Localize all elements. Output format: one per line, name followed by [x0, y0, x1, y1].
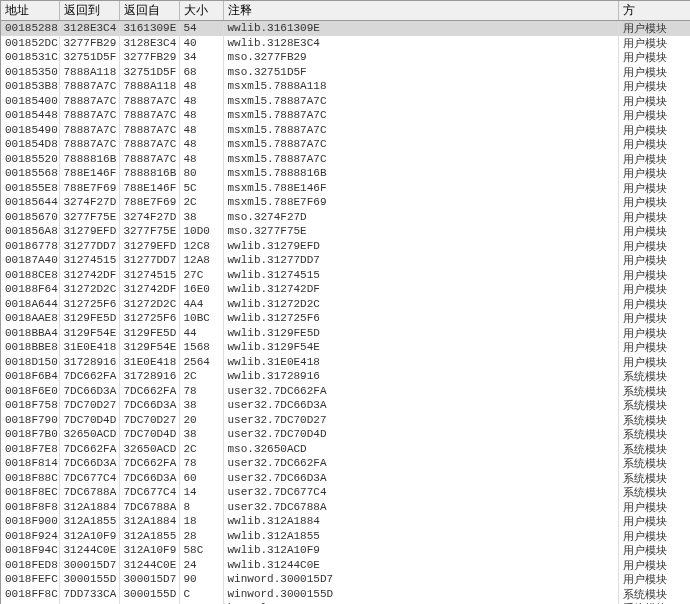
table-row[interactable]: 00188CE8312742DF3127451527Cwwlib.3127451…: [1, 268, 690, 283]
cell-size: 44: [179, 326, 223, 341]
cell-return-from: 312A1884: [119, 514, 179, 529]
table-row[interactable]: 001855207888816B78887A7C48msxml5.78887A7…: [1, 152, 690, 167]
table-row[interactable]: 0018F8147DC66D3A7DC662FA78user32.7DC662F…: [1, 456, 690, 471]
table-row[interactable]: 0018F7587DC70D277DC66D3A38user32.7DC66D3…: [1, 398, 690, 413]
cell-return-to: 78887A7C: [59, 137, 119, 152]
cell-return-from: 78887A7C: [119, 152, 179, 167]
table-row[interactable]: 001852DC3277FB293128E3C440wwlib.3128E3C4…: [1, 36, 690, 51]
col-address[interactable]: 地址: [1, 1, 59, 21]
table-row[interactable]: 0018F7E87DC662FA32650ACD2Cmso.32650ACD系统…: [1, 442, 690, 457]
col-return-to[interactable]: 返回到: [59, 1, 119, 21]
table-row[interactable]: 001853B878887A7C7888A11848msxml5.7888A11…: [1, 79, 690, 94]
table-row[interactable]: 0018FF8C7DD733CA3000155DCwinword.3000155…: [1, 587, 690, 602]
table-row[interactable]: 001853507888A11832751D5F68mso.32751D5F用户…: [1, 65, 690, 80]
cell-return-to: 7DC677C4: [59, 471, 119, 486]
cell-return-from: 78887A7C: [119, 137, 179, 152]
cell-size: 14: [179, 485, 223, 500]
cell-return-to: 7DC66D3A: [59, 384, 119, 399]
cell-origin: 用户模块: [618, 152, 690, 167]
cell-size: 2C: [179, 195, 223, 210]
cell-comment: wwlib.31728916: [223, 369, 618, 384]
cell-origin: 用户模块: [618, 355, 690, 370]
table-row[interactable]: 001854D878887A7C78887A7C48msxml5.78887A7…: [1, 137, 690, 152]
table-row[interactable]: 001856A831279EFD3277F75E10D0mso.3277F75E…: [1, 224, 690, 239]
cell-size: 10D0: [179, 224, 223, 239]
cell-comment: user32.7DC662FA: [223, 456, 618, 471]
table-row[interactable]: 0018D1503172891631E0E4182564wwlib.31E0E4…: [1, 355, 690, 370]
table-row[interactable]: 0018F8F8312A18847DC6788A8user32.7DC6788A…: [1, 500, 690, 515]
table-row[interactable]: 0018F94C31244C0E312A10F958Cwwlib.312A10F…: [1, 543, 690, 558]
table-row[interactable]: 001852883128E3C43161309E54wwlib.3161309E…: [1, 21, 690, 36]
table-row[interactable]: 0018F6B47DC662FA317289162Cwwlib.31728916…: [1, 369, 690, 384]
cell-origin: 用户模块: [618, 268, 690, 283]
table-row[interactable]: 0018FEFC3000155D300015D790winword.300015…: [1, 572, 690, 587]
table-row[interactable]: 0018677831277DD731279EFD12C8wwlib.31279E…: [1, 239, 690, 254]
table-row[interactable]: 00188F6431272D2C312742DF16E0wwlib.312742…: [1, 282, 690, 297]
cell-comment: wwlib.31244C0E: [223, 558, 618, 573]
cell-comment: msxml5.78887A7C: [223, 152, 618, 167]
cell-size: 2C: [179, 369, 223, 384]
cell-comment: wwlib.31272D2C: [223, 297, 618, 312]
cell-size: 5C: [179, 181, 223, 196]
cell-return-to: 3128E3C4: [59, 21, 119, 36]
col-return-from[interactable]: 返回自: [119, 1, 179, 21]
col-comment[interactable]: 注释: [223, 1, 618, 21]
cell-address: 0018AAE8: [1, 311, 59, 326]
cell-return-to: 78887A7C: [59, 108, 119, 123]
table-row[interactable]: 0018F7907DC70D4D7DC70D2720user32.7DC70D2…: [1, 413, 690, 428]
cell-size: 4A4: [179, 297, 223, 312]
table-row[interactable]: 0018BBA43129F54E3129FE5D44wwlib.3129FE5D…: [1, 326, 690, 341]
cell-comment: msxml5.78887A7C: [223, 108, 618, 123]
table-row[interactable]: 0018F900312A1855312A188418wwlib.312A1884…: [1, 514, 690, 529]
table-row[interactable]: 0018544878887A7C78887A7C48msxml5.78887A7…: [1, 108, 690, 123]
table-row[interactable]: 00185568788E146F7888816B80msxml5.7888816…: [1, 166, 690, 181]
cell-comment: msxml5.7888816B: [223, 166, 618, 181]
table-row[interactable]: 001856703277F75E3274F27D38mso.3274F27D用户…: [1, 210, 690, 225]
table-row[interactable]: 0018F924312A10F9312A185528wwlib.312A1855…: [1, 529, 690, 544]
cell-comment: wwlib.312A10F9: [223, 543, 618, 558]
table-row[interactable]: 0018AAE83129FE5D312725F610BCwwlib.312725…: [1, 311, 690, 326]
cell-return-to: 7DC6788A: [59, 485, 119, 500]
table-row[interactable]: 0018531C32751D5F3277FB2934mso.3277FB29用户…: [1, 50, 690, 65]
cell-comment: wwlib.31E0E418: [223, 355, 618, 370]
table-row[interactable]: 0018549078887A7C78887A7C48msxml5.78887A7…: [1, 123, 690, 138]
cell-address: 00185670: [1, 210, 59, 225]
cell-size: 1568: [179, 340, 223, 355]
cell-size: 10BC: [179, 311, 223, 326]
cell-return-to: 7888A118: [59, 65, 119, 80]
table-row[interactable]: 0018F7B032650ACD7DC70D4D38user32.7DC70D4…: [1, 427, 690, 442]
table-row[interactable]: 0018FED8300015D731244C0E24wwlib.31244C0E…: [1, 558, 690, 573]
cell-return-from: 300015D7: [119, 572, 179, 587]
col-origin[interactable]: 方: [618, 1, 690, 21]
cell-return-from: 7DC70D27: [119, 413, 179, 428]
table-row[interactable]: 0018F8EC7DC6788A7DC677C414user32.7DC677C…: [1, 485, 690, 500]
cell-origin: 用户模块: [618, 21, 690, 36]
table-row[interactable]: 00187A403127451531277DD712A8wwlib.31277D…: [1, 253, 690, 268]
table-row[interactable]: 001855E8788E7F69788E146F5Cmsxml5.788E146…: [1, 181, 690, 196]
table-row[interactable]: 001856443274F27D788E7F692Cmsxml5.788E7F6…: [1, 195, 690, 210]
cell-address: 00185568: [1, 166, 59, 181]
cell-comment: user32.7DC6788A: [223, 500, 618, 515]
cell-return-from: 31728916: [119, 369, 179, 384]
cell-comment: msxml5.788E7F69: [223, 195, 618, 210]
cell-origin: 用户模块: [618, 340, 690, 355]
cell-comment: wwlib.312A1884: [223, 514, 618, 529]
col-size[interactable]: 大小: [179, 1, 223, 21]
cell-return-to: 7DC70D27: [59, 398, 119, 413]
cell-address: 0018BBA4: [1, 326, 59, 341]
table-row[interactable]: 0018F6E07DC66D3A7DC662FA78user32.7DC662F…: [1, 384, 690, 399]
cell-return-from: 31272D2C: [119, 297, 179, 312]
cell-comment: mso.3277FB29: [223, 50, 618, 65]
table-row[interactable]: 0018A644312725F631272D2C4A4wwlib.31272D2…: [1, 297, 690, 312]
table-row[interactable]: 0018F88C7DC677C47DC66D3A60user32.7DC66D3…: [1, 471, 690, 486]
cell-address: 0018F900: [1, 514, 59, 529]
call-stack-table[interactable]: 地址 返回到 返回自 大小 注释 方 001852883128E3C431613…: [0, 0, 690, 604]
cell-origin: 系统模块: [618, 398, 690, 413]
cell-address: 0018FF8C: [1, 587, 59, 602]
table-row[interactable]: 0018540078887A7C78887A7C48msxml5.78887A7…: [1, 94, 690, 109]
cell-size: 78: [179, 384, 223, 399]
cell-origin: 用户模块: [618, 224, 690, 239]
table-row[interactable]: 0018BBE831E0E4183129F54E1568wwlib.3129F5…: [1, 340, 690, 355]
cell-return-from: 3129FE5D: [119, 326, 179, 341]
cell-size: 54: [179, 21, 223, 36]
